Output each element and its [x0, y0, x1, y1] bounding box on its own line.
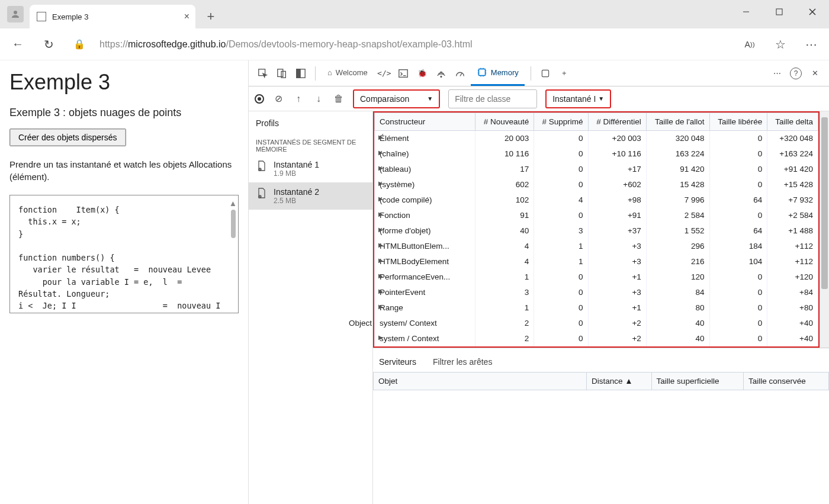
table-row[interactable]: PointerEvent30+3840+84 — [375, 285, 818, 300]
inspect-icon[interactable] — [255, 65, 271, 82]
device-icon[interactable] — [274, 65, 290, 82]
svg-rect-9 — [297, 69, 300, 77]
table-row[interactable]: (code compilé)1024+987 99664+7 932 — [375, 192, 818, 208]
profile-avatar[interactable] — [7, 6, 24, 23]
site-lock-icon[interactable]: 🔒 — [69, 34, 90, 55]
refresh-button[interactable]: ↻ — [38, 34, 59, 55]
sources-icon[interactable]: 🐞 — [414, 65, 430, 82]
scrollbar-thumb[interactable] — [821, 117, 828, 289]
table-row[interactable]: Range10+1800+80 — [375, 300, 818, 316]
import-icon[interactable]: ↑ — [293, 93, 304, 105]
table-row[interactable]: Élément20 0030+20 003320 0480+320 048 — [375, 131, 818, 146]
export-icon[interactable]: ↓ — [313, 93, 324, 105]
svg-point-0 — [14, 11, 17, 14]
performance-icon[interactable] — [452, 65, 468, 82]
new-tab-button[interactable]: + — [200, 6, 221, 27]
class-filter-input[interactable] — [448, 89, 537, 108]
back-button[interactable]: ← — [7, 34, 28, 55]
record-button[interactable] — [255, 94, 264, 104]
read-aloud-icon[interactable]: A)) — [739, 34, 760, 55]
dock-icon[interactable] — [293, 65, 309, 82]
retainers-title: Serviteurs — [379, 357, 416, 367]
chevron-down-icon: ▼ — [427, 95, 433, 102]
more-tools-icon[interactable]: ⋯ — [769, 65, 785, 82]
minimize-button[interactable] — [730, 0, 763, 24]
devtools-tabstrip: ⌂Welcome </> 🐞 Memory + ⋯ ? ✕ — [249, 60, 829, 86]
code-text: fonction Item(x) { this.x = x; } functio… — [18, 204, 230, 313]
table-row[interactable]: Fonction910+912 5840+2 584 — [375, 208, 818, 223]
snapshot-icon — [256, 160, 268, 172]
page-description: Prendre un tas instantané et watch les o… — [9, 158, 239, 183]
svg-rect-10 — [399, 69, 407, 77]
close-devtools-icon[interactable]: ✕ — [806, 65, 823, 82]
col-header[interactable]: Taille de l'allot — [646, 113, 709, 131]
gc-icon[interactable]: 🗑 — [333, 93, 345, 105]
view-select[interactable]: Comparaison▼ — [353, 89, 440, 108]
table-row[interactable]: HTMLButtonElem...41+3296184+112 — [375, 239, 818, 254]
code-box[interactable]: fonction Item(x) { this.x = x; } functio… — [9, 195, 239, 313]
page-content: Exemple 3 Exemple 3 : objets nuages de p… — [0, 60, 249, 504]
col-header[interactable]: # Supprimé — [534, 113, 588, 131]
profiles-sidebar: Profils INSTANTANÉS DE SEGMENT DE MÉMOIR… — [249, 111, 373, 504]
browser-tab[interactable]: Exemple 3 × — [30, 5, 195, 28]
snapshot-icon — [256, 187, 268, 199]
window-controls — [730, 0, 829, 24]
svg-rect-26 — [542, 70, 548, 76]
col-header[interactable]: Objet — [374, 372, 587, 390]
table-row[interactable]: PerformanceEven...10+11200+120 — [375, 269, 818, 285]
baseline-select[interactable]: Instantané I▼ — [545, 89, 611, 108]
svg-line-12 — [460, 73, 462, 76]
data-area: Constructeur# Nouveauté# Supprimé# Diffé… — [373, 111, 829, 504]
create-scattered-objects-button[interactable]: Créer des objets dispersés — [9, 129, 126, 146]
clear-icon[interactable]: ⊘ — [272, 93, 284, 105]
url-text[interactable]: https://microsoftedge.github.io/Demos/de… — [99, 39, 730, 50]
snapshot-item[interactable]: Instantané 11.9 MB — [249, 155, 372, 182]
close-window-button[interactable] — [796, 0, 829, 24]
svg-rect-13 — [478, 69, 485, 76]
page-h1: Exemple 3 — [9, 70, 239, 95]
page-h2: Exemple 3 : objets nuages de points — [9, 107, 239, 119]
help-icon[interactable]: ? — [790, 68, 802, 79]
tab-memory[interactable]: Memory — [471, 61, 525, 86]
comparison-table: Constructeur# Nouveauté# Supprimé# Diffé… — [373, 111, 820, 348]
table-row[interactable]: (système)6020+60215 4280+15 428 — [375, 177, 818, 192]
svg-point-11 — [441, 76, 442, 77]
network-icon[interactable] — [433, 65, 449, 82]
home-icon: ⌂ — [327, 68, 332, 77]
col-header[interactable]: Distance ▲ — [587, 372, 652, 390]
maximize-button[interactable] — [763, 0, 796, 24]
table-row[interactable]: HTMLBodyElement41+3216104+112 — [375, 254, 818, 269]
snapshot-item[interactable]: Instantané 22.5 MB — [249, 182, 372, 210]
scrollbar-thumb[interactable] — [231, 210, 236, 238]
table-row[interactable]: (forme d'objet)403+371 55264+1 488 — [375, 223, 818, 239]
favorite-icon[interactable]: ☆ — [770, 34, 791, 55]
table-row[interactable]: Objectsystem/ Context20+2400+40 — [375, 316, 818, 331]
profiles-title: Profils — [249, 118, 372, 136]
more-icon[interactable]: ⋯ — [801, 34, 822, 55]
tab-welcome[interactable]: ⌂Welcome — [322, 61, 374, 86]
devtools-panel: ⌂Welcome </> 🐞 Memory + ⋯ ? ✕ ⊘ ↑ ↓ 🗑 Co… — [249, 60, 829, 504]
scroll-up-icon[interactable]: ▲ — [229, 198, 237, 210]
console-icon[interactable] — [395, 65, 412, 82]
tab-title: Exemple 3 — [52, 12, 88, 21]
col-header[interactable]: Taille libérée — [709, 113, 767, 131]
close-tab-icon[interactable]: × — [184, 11, 189, 22]
table-row[interactable]: system / Context20+2400+40 — [375, 331, 818, 346]
table-row[interactable]: (tableau)170+1791 4200+91 420 — [375, 162, 818, 177]
col-header[interactable]: # Différentiel — [588, 113, 646, 131]
table-row[interactable]: (chaîne)10 1160+10 116163 2240+163 224 — [375, 146, 818, 162]
add-tab-icon[interactable]: + — [556, 65, 573, 82]
memory-toolbar: ⊘ ↑ ↓ 🗑 Comparaison▼ Instantané I▼ — [249, 86, 829, 111]
col-header[interactable]: Taille superficielle — [651, 372, 743, 390]
table-scrollbar[interactable] — [820, 111, 829, 348]
tab-overflow-icon[interactable] — [537, 65, 554, 82]
elements-icon[interactable]: </> — [376, 65, 393, 82]
profiles-subheader: INSTANTANÉS DE SEGMENT DE MÉMOIRE — [249, 136, 372, 155]
col-header[interactable]: Taille conservée — [743, 372, 828, 390]
col-header[interactable]: # Nouveauté — [475, 113, 534, 131]
col-header[interactable]: Constructeur — [375, 113, 475, 131]
svg-rect-2 — [776, 9, 782, 15]
retainers-filter[interactable]: Filtrer les arêtes — [433, 357, 492, 367]
col-header[interactable]: Taille delta — [767, 113, 818, 131]
browser-titlebar: Exemple 3 × + — [0, 0, 829, 28]
